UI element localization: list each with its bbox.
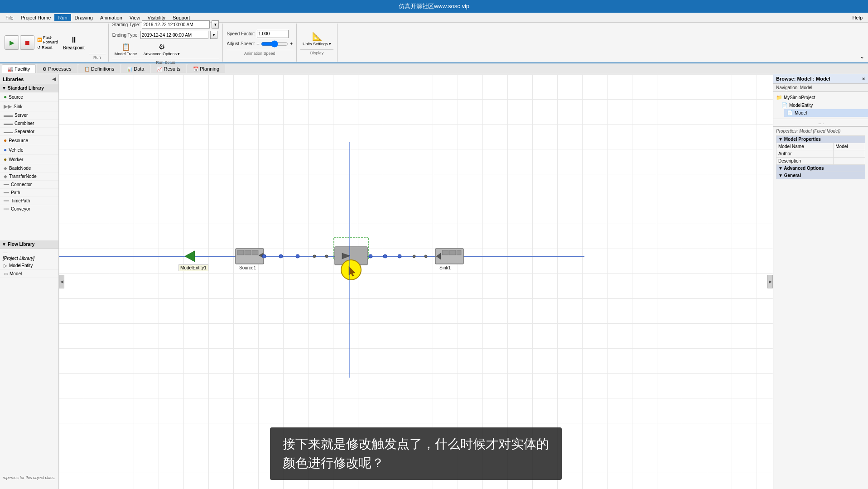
menu-run[interactable]: Run [54, 14, 71, 21]
sidebar-item-model-entity[interactable]: ▷ ModelEntity [0, 262, 58, 270]
sidebar-item-transfernode[interactable]: ◆ TransferNode [0, 173, 58, 181]
tab-processes[interactable]: ⚙ Processes [37, 64, 77, 73]
model-label: Model [10, 271, 22, 276]
transfernode-label: TransferNode [9, 174, 37, 179]
tree-item-my-simio-project[interactable]: 📁 MySimioProject [773, 94, 868, 101]
connector-icon: ━━ [4, 182, 9, 187]
tab-planning-icon: 📅 [193, 67, 198, 72]
prop-row-model-name: Model Name Model [776, 143, 865, 150]
standard-library-header[interactable]: ▼ Standard Library [0, 84, 58, 92]
run-button[interactable]: ▶ [5, 35, 19, 50]
prop-label-description: Description [776, 158, 834, 165]
sidebar-item-resource[interactable]: ● Resource [0, 136, 58, 145]
stop-button[interactable]: ⏹ [20, 35, 34, 50]
prop-label-model-name: Model Name [776, 143, 834, 150]
menu-project-home[interactable]: Project Home [17, 14, 55, 21]
tab-data[interactable]: 📊 Data [121, 64, 150, 73]
prop-section-general[interactable]: ▼ General [776, 172, 865, 179]
sidebar-item-sink[interactable]: ▶▶ Sink [0, 102, 58, 111]
tab-results[interactable]: 📈 Results [151, 64, 186, 73]
sidebar-item-model[interactable]: ▭ Model [0, 270, 58, 278]
worker-icon: ● [4, 156, 7, 163]
prop-value-model-name[interactable]: Model [834, 143, 865, 150]
tree-item-model[interactable]: 📄 Model [784, 109, 868, 117]
speed-factor-input[interactable] [257, 30, 289, 38]
sidebar-item-combiner[interactable]: ▬▬ Combiner [0, 120, 58, 128]
prop-value-description[interactable] [834, 158, 865, 165]
menu-help[interactable]: Help [849, 14, 866, 21]
menu-file[interactable]: File [2, 14, 17, 21]
breakpoint-button[interactable]: ⏸ Breakpoint [61, 33, 87, 53]
tab-facility-icon: 🏭 [8, 67, 13, 72]
tab-data-label: Data [134, 66, 144, 72]
worker-label: Worker [9, 157, 23, 162]
basicnode-label: BasicNode [9, 166, 31, 171]
starting-type-row: Starting Type: ▼ [112, 20, 219, 29]
advanced-options-label: Advanced Options [784, 166, 824, 171]
right-panel: Browse: Model : Model ✕ Navigation: Mode… [773, 74, 868, 489]
sidebar-item-path[interactable]: ━━ Path [0, 189, 58, 197]
sidebar-item-separator[interactable]: ▬▬ Separator [0, 128, 58, 136]
speed-slider[interactable] [261, 41, 288, 47]
right-panel-close-btn[interactable]: ✕ [862, 77, 865, 82]
sidebar-item-basicnode[interactable]: ◆ BasicNode [0, 164, 58, 173]
tab-data-icon: 📊 [127, 67, 132, 72]
ribbon-expand-btn[interactable]: ⌄ [860, 53, 864, 60]
model-entity-tree-icon: 📄 [781, 102, 788, 108]
sidebar-item-vehicle[interactable]: ● Vehicle [0, 145, 58, 155]
tab-definitions-icon: 📋 [84, 67, 90, 72]
starting-type-btn[interactable]: ▼ [212, 20, 219, 29]
sidebar-item-worker[interactable]: ● Worker [0, 155, 58, 164]
flow-library-label: Flow Library [8, 242, 34, 247]
library-section: ▼ Standard Library ● Source ▶▶ Sink ▬▬ S… [0, 84, 58, 489]
sidebar-item-source[interactable]: ● Source [0, 92, 58, 102]
canvas-area[interactable]: ModelEntity1 Source1 Sink1 ◀ ▶ 接下来就是修改触发… [59, 74, 773, 489]
ribbon-expand: ⌄ [858, 24, 866, 62]
model-properties-label: Model Properties [784, 137, 821, 142]
sidebar-item-conveyor[interactable]: ━━ Conveyor [0, 205, 58, 213]
run-sub-buttons: ⏩Fast-Forward ↺Reset [36, 35, 59, 50]
fast-forward-button[interactable]: ⏩Fast-Forward [36, 35, 59, 44]
sink-label: Sink [14, 104, 22, 109]
reset-button[interactable]: ↺Reset [36, 45, 59, 50]
prop-value-author[interactable] [834, 150, 865, 158]
sidebar-item-server[interactable]: ▬▬ Server [0, 111, 58, 120]
tab-processes-icon: ⚙ [43, 67, 47, 72]
combiner-label: Combiner [14, 121, 34, 126]
sink1-label: Sink1 [439, 265, 451, 270]
canvas-collapse-left[interactable]: ◀ [59, 275, 64, 288]
advanced-options-button[interactable]: ⚙ Advanced Options ▾ [141, 41, 182, 58]
basicnode-icon: ◆ [4, 166, 7, 171]
flow-library-header[interactable]: ▼ Flow Library [0, 240, 58, 249]
sidebar-item-timepath[interactable]: ━━ TimePath [0, 197, 58, 205]
subtitle-line2: 颜色进行修改呢？ [283, 454, 549, 473]
model-trace-button[interactable]: 📋 Model Trace [112, 41, 140, 58]
prop-section-advanced-options[interactable]: ▼ Advanced Options [776, 165, 865, 172]
canvas-collapse-right[interactable]: ▶ [767, 275, 773, 288]
right-panel-dots[interactable]: ..... [773, 119, 868, 126]
resource-label: Resource [9, 138, 28, 143]
standard-library-collapse-icon: ▼ [2, 86, 6, 91]
conveyor-label: Conveyor [11, 206, 30, 211]
general-expand-icon: ▼ [778, 173, 783, 178]
ending-type-btn[interactable]: ▼ [210, 31, 217, 39]
run-main-buttons: ▶ ⏹ [5, 35, 34, 50]
tab-facility[interactable]: 🏭 Facility [2, 64, 36, 73]
units-settings-button[interactable]: 📐 Units Settings ▾ [300, 30, 333, 48]
tab-definitions[interactable]: 📋 Definitions [78, 64, 120, 73]
title-text: 仿真开源社区www.sosc.vip [399, 3, 469, 10]
starting-type-input[interactable] [142, 20, 210, 29]
menu-drawing[interactable]: Drawing [71, 14, 96, 21]
prop-section-model-properties[interactable]: ▼ Model Properties [776, 136, 865, 143]
source-label: Source [9, 95, 23, 100]
sidebar-item-connector[interactable]: ━━ Connector [0, 181, 58, 189]
starting-type-label: Starting Type: [112, 22, 140, 27]
tab-planning[interactable]: 📅 Planning [187, 64, 225, 73]
sidebar-collapse-button[interactable]: ◀ [52, 76, 56, 82]
navigation-label: Navigation: Model [773, 84, 868, 92]
sidebar: Libraries ◀ ▼ Standard Library ● Source … [0, 74, 59, 489]
tree-item-model-entity[interactable]: 📄 ModelEntity [779, 101, 868, 109]
ending-type-input[interactable] [140, 31, 208, 39]
expand-icon: ▼ [778, 137, 783, 142]
speed-plus: + [290, 41, 293, 46]
